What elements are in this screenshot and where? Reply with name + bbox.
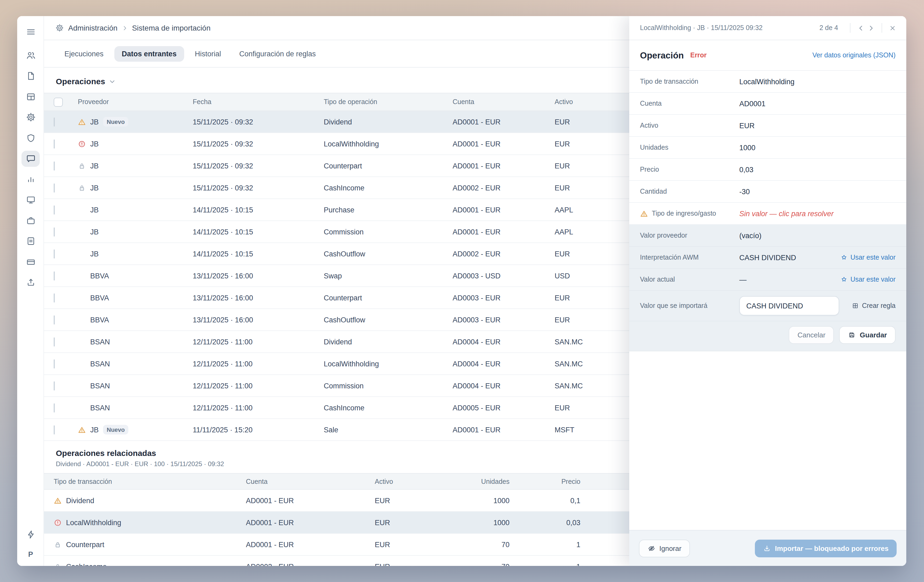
field-value: 0,03 (739, 166, 896, 174)
tipo-transaccion-cell: Dividend (66, 497, 94, 505)
prev-record-button[interactable] (856, 23, 866, 33)
next-record-button[interactable] (866, 23, 876, 33)
table-row[interactable]: JB14/11/2025 · 10:15CommissionAD0001 - E… (44, 221, 667, 243)
status-icon-empty (78, 404, 86, 412)
breadcrumb-item[interactable]: Administración (68, 24, 117, 32)
sidebar-item-briefcase[interactable] (21, 212, 40, 229)
use-this-value-button[interactable]: Usar este valor (840, 254, 896, 261)
field-label: Cuenta (640, 100, 739, 107)
select-all-checkbox[interactable] (54, 97, 63, 107)
related-table-row[interactable]: CounterpartAD0001 - EUREUR701 (44, 534, 667, 556)
status-icon-empty (78, 250, 86, 258)
sidebar-item-bar-chart[interactable] (21, 171, 40, 187)
panel-empty-space (629, 351, 906, 530)
save-button[interactable]: Guardar (840, 326, 896, 344)
sidebar-item-chat[interactable] (21, 150, 40, 166)
eye-off-icon (647, 544, 655, 552)
row-checkbox[interactable] (54, 403, 55, 412)
sidebar-item-upload[interactable] (21, 275, 40, 291)
table-row[interactable]: JB14/11/2025 · 10:15PurchaseAD0001 - EUR… (44, 199, 667, 221)
row-checkbox[interactable] (54, 183, 55, 192)
row-checkbox[interactable] (54, 117, 55, 126)
row-checkbox[interactable] (54, 271, 55, 280)
field-label: Precio (640, 166, 739, 173)
sidebar-item-monitor[interactable] (21, 192, 40, 208)
table-row[interactable]: BSAN12/11/2025 · 11:00CashIncomeAD0005 -… (44, 397, 667, 419)
table-row[interactable]: JB15/11/2025 · 09:32CounterpartAD0001 - … (44, 155, 667, 177)
sidebar-user-initial[interactable]: P (17, 550, 44, 558)
ignore-button[interactable]: Ignorar (639, 539, 690, 557)
row-checkbox[interactable] (54, 249, 55, 258)
view-original-json-link[interactable]: Ver datos originales (JSON) (812, 51, 896, 59)
chat-icon (25, 153, 36, 164)
row-checkbox[interactable] (54, 381, 55, 390)
tipo-transaccion-cell: CashIncome (66, 562, 107, 566)
status-icon-empty (78, 294, 86, 302)
panel-footer: Ignorar Importar — bloqueado por errores (629, 530, 906, 566)
sidebar-item-layout[interactable] (21, 89, 40, 105)
import-value-input[interactable] (739, 296, 839, 316)
chevron-down-icon[interactable] (109, 78, 116, 84)
table-row[interactable]: JB15/11/2025 · 09:32LocalWithholdingAD00… (44, 133, 667, 155)
sidebar-item-shield[interactable] (21, 130, 40, 146)
row-checkbox[interactable] (54, 293, 55, 302)
row-checkbox[interactable] (54, 315, 55, 324)
download-icon (763, 544, 771, 552)
tab-historial[interactable]: Historial (187, 46, 229, 61)
sidebar-item-gear[interactable] (21, 109, 40, 125)
related-table-row[interactable]: CashIncomeAD0002 - EUREUR701 (44, 556, 667, 566)
table-row[interactable]: BSAN12/11/2025 · 11:00LocalWithholdingAD… (44, 353, 667, 375)
activo-cell: EUR (375, 518, 445, 526)
breadcrumb-item[interactable]: Sistema de importación (132, 24, 211, 32)
related-table-row[interactable]: LocalWithholdingAD0001 - EUREUR10000,03 (44, 512, 667, 534)
table-row[interactable]: BBVA13/11/2025 · 16:00CounterpartAD0003 … (44, 287, 667, 309)
table-row[interactable]: JBNuevo15/11/2025 · 09:32DividendAD0001 … (44, 111, 667, 133)
table-row[interactable]: BBVA13/11/2025 · 16:00SwapAD0003 - USDUS… (44, 265, 667, 287)
sidebar-item-users[interactable] (21, 47, 40, 63)
column-header: Precio (510, 478, 581, 485)
sidebar-item-lightning[interactable] (21, 526, 40, 542)
related-table-header: Tipo de transacción Cuenta Activo Unidad… (44, 473, 667, 490)
provider-cell: BBVA (90, 316, 109, 324)
sidebar-item-document[interactable] (21, 233, 40, 249)
status-icon-empty (78, 316, 86, 324)
row-checkbox[interactable] (54, 425, 55, 434)
table-row[interactable]: JBNuevo11/11/2025 · 15:20SaleAD0001 - EU… (44, 419, 667, 441)
lock-icon (54, 562, 62, 566)
use-this-value-button[interactable]: Usar este valor (840, 276, 896, 283)
sidebar-item-menu[interactable] (21, 24, 40, 40)
row-checkbox[interactable] (54, 139, 55, 148)
tab-datos-entrantes[interactable]: Datos entrantes (114, 46, 184, 61)
table-row[interactable]: JB15/11/2025 · 09:32CashIncomeAD0002 - E… (44, 177, 667, 199)
row-checkbox[interactable] (54, 337, 55, 346)
row-checkbox[interactable] (54, 359, 55, 368)
table-row[interactable]: BSAN12/11/2025 · 11:00CommissionAD0004 -… (44, 375, 667, 397)
tipo-cell: Purchase (324, 206, 453, 214)
cuenta-cell: AD0002 - EUR (453, 250, 554, 258)
field-row-cuenta: CuentaAD0001 (629, 93, 906, 115)
users-icon (25, 50, 36, 60)
row-checkbox[interactable] (54, 227, 55, 236)
table-row[interactable]: JB14/11/2025 · 10:15CashOutflowAD0002 - … (44, 243, 667, 265)
close-icon[interactable] (888, 23, 898, 33)
create-rule-button[interactable]: Crear regla (852, 302, 896, 309)
sidebar-item-file[interactable] (21, 68, 40, 84)
sidebar-item-card[interactable] (21, 254, 40, 270)
import-button-disabled[interactable]: Importar — bloqueado por errores (755, 539, 897, 557)
tipo-cell: CashOutflow (324, 316, 453, 324)
cancel-button[interactable]: Cancelar (789, 326, 834, 344)
lock-icon (54, 541, 62, 549)
provider-cell: JB (90, 250, 99, 258)
tipo-transaccion-cell: Counterpart (66, 541, 104, 549)
tab-ejecuciones[interactable]: Ejecuciones (57, 46, 111, 61)
row-checkbox[interactable] (54, 205, 55, 214)
field-value[interactable]: Sin valor — clic para resolver (739, 209, 896, 217)
row-checkbox[interactable] (54, 161, 55, 170)
tab-configuraci-n-de-reglas[interactable]: Configuración de reglas (232, 46, 323, 61)
table-row[interactable]: BBVA13/11/2025 · 16:00CashOutflowAD0003 … (44, 309, 667, 331)
activo-cell: EUR (375, 562, 445, 566)
table-row[interactable]: BSAN12/11/2025 · 11:00DividendAD0004 - E… (44, 331, 667, 353)
status-icon-empty (78, 381, 86, 390)
related-table-row[interactable]: DividendAD0001 - EUREUR10000,1 (44, 490, 667, 512)
field-row-precio: Precio0,03 (629, 159, 906, 181)
